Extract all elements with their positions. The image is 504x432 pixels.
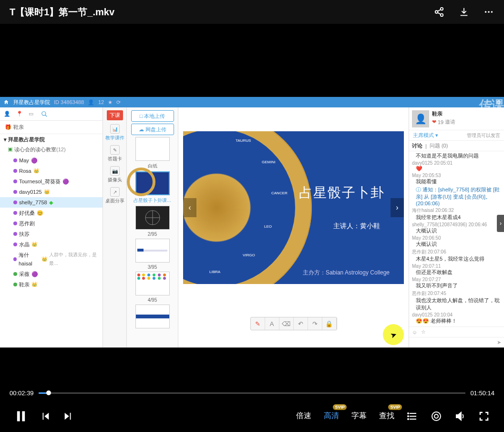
slide-next-button[interactable]: › (391, 198, 404, 217)
group-icon: ▣ (8, 147, 13, 152)
zodiac-wheel (183, 131, 312, 284)
slide-1[interactable] (135, 171, 170, 195)
tab-discuss[interactable]: 讨论 (412, 142, 422, 149)
user-item-caiwei[interactable]: 采薇 🟣 (0, 269, 103, 279)
eraser-tool[interactable]: ⌫ (279, 317, 294, 330)
user-item-may[interactable]: May 🟣 (0, 155, 103, 166)
chat-input-area[interactable]: ➤ (409, 337, 504, 348)
time-current: 00:02:39 (10, 390, 34, 397)
chat-notice: ⓘ 通知：[shelly_7758] 的权限被 [鞋亲] 从 [游客(U)] 变… (412, 186, 501, 206)
user-groups: ▾ 拜星教占星学院 ▣ 读心会的读心教室(12) May 🟣 Rosa 👑 To… (0, 134, 103, 348)
prev-button[interactable] (40, 411, 51, 421)
group-header[interactable]: ▾ 拜星教占星学院 (0, 134, 103, 145)
find-button[interactable]: SVIP 查找 (379, 411, 394, 421)
chat-user-likes: ❤19 邀请 (432, 118, 455, 126)
slide-canvas: TAURUS GEMINI CANCER LEO VIRGO LIBRA 占星骰… (183, 131, 404, 284)
crown-icon: 👑 (41, 255, 47, 263)
user-item-ezuoju[interactable]: 恶作剧 (0, 218, 103, 229)
volume-button[interactable] (454, 411, 466, 422)
user-item-tournesol[interactable]: Tournesol_荷葵葵 🟣 (0, 176, 103, 187)
pen-tool[interactable]: ✎ (251, 317, 265, 330)
answer-card-tool[interactable]: ✎ 答题卡 (108, 145, 122, 162)
local-upload-button[interactable]: □ 本地上传 (131, 110, 174, 122)
expand-chat-button[interactable]: › (497, 215, 504, 232)
people-tab-icon[interactable]: 👤 (4, 111, 10, 117)
svg-point-2 (441, 14, 443, 16)
app-body: 👤 📍 ▭ 🎁 鞋亲 ▾ 拜星教占星学院 ▣ 读心会的读心教室(12) (0, 107, 504, 348)
share-icon[interactable] (433, 6, 445, 18)
user-item-shuijing[interactable]: 水晶 👑 (0, 239, 103, 250)
end-class-button[interactable]: 下课 (107, 110, 123, 120)
camera-tool[interactable]: 📷 摄像头 (108, 166, 122, 183)
next-button[interactable] (63, 411, 73, 421)
group-subheader[interactable]: ▣ 读心会的读心教室(12) (0, 145, 103, 155)
slide-presenter: 主讲人：黄小鞋 (333, 222, 380, 231)
star-icon[interactable]: ★ (108, 99, 113, 105)
slide-2[interactable] (135, 206, 170, 230)
settings-button[interactable] (431, 411, 442, 422)
chat-mode-row: 主席模式 ▾ 管理员可以发言 (409, 130, 504, 141)
playlist-button[interactable] (407, 411, 418, 422)
user-item-haisal[interactable]: 海什haisal 👑 人群中，我遇见你，是最... (0, 250, 103, 269)
card-tab-icon[interactable]: ▭ (29, 111, 35, 117)
answer-card-icon: ✎ (110, 145, 120, 155)
redo-tool[interactable]: ↷ (308, 317, 322, 330)
cloud-upload-button[interactable]: ☁ 网盘上传 (131, 124, 174, 135)
undo-tool[interactable]: ↶ (294, 317, 308, 330)
screen-share-tool[interactable]: ↗ 桌面分享 (105, 187, 124, 204)
lock-tool[interactable]: 🔒 (322, 317, 337, 330)
user-item-davy[interactable]: davy0125 👑 (0, 187, 103, 197)
svg-line-3 (438, 10, 441, 11)
svg-point-0 (441, 8, 443, 11)
subtitle-button[interactable]: 字幕 (351, 411, 367, 421)
chat-mode-select[interactable]: 主席模式 ▾ (413, 132, 438, 139)
more-icon[interactable] (483, 6, 494, 18)
me-entry[interactable]: 🎁 鞋亲 (0, 121, 103, 134)
slide-4[interactable] (135, 272, 170, 295)
hd-button[interactable]: SVIP 高清 (324, 411, 339, 421)
star-button[interactable]: ☆ (421, 329, 426, 335)
me-name: 鞋亲 (13, 124, 24, 131)
slide-prev-button[interactable]: ‹ (183, 198, 196, 217)
progress-track[interactable] (39, 392, 466, 394)
slide-3[interactable] (135, 239, 170, 263)
avatar[interactable]: 👤 (412, 110, 429, 127)
user-item-fusu[interactable]: 扶苏 (0, 229, 103, 239)
badge-icon: 🟣 (31, 156, 38, 165)
search-tab-icon[interactable] (41, 111, 48, 117)
svg-point-19 (408, 416, 409, 417)
user-item-rosa[interactable]: Rosa 👑 (0, 166, 103, 176)
chat-messages[interactable]: 不知道是不是我电脑的问题 davy0125 20:05:01❤️ May 20:… (409, 151, 504, 327)
home-icon[interactable] (3, 99, 10, 105)
svg-point-18 (408, 413, 409, 414)
speed-button[interactable]: 倍速 (296, 411, 311, 421)
user-item-haoyousang[interactable]: 好优桑 😊 (0, 208, 103, 218)
courseware-icon: 📊 (110, 124, 120, 134)
user-panel-tabs: 👤 📍 ▭ (0, 107, 103, 121)
video-title: T【课时1】第一节_.mkv (10, 6, 433, 19)
chat-message: davy0125 20:10:04😍😍 老师棒棒！ (412, 312, 501, 325)
progress-knob[interactable] (46, 390, 51, 395)
emoji-button[interactable]: ☺ (412, 329, 417, 335)
user-item-xieqin[interactable]: 鞋亲 👑 (0, 279, 103, 290)
slide-5[interactable] (135, 305, 170, 328)
chat-message: May 20:06:50大概认识 (412, 235, 501, 248)
refresh-icon[interactable]: ⟳ (116, 99, 121, 105)
user-item-shelly[interactable]: shelly_7758 ◆ (0, 197, 103, 208)
slide-deck-name: 占星骰子卜卦课... (134, 197, 171, 204)
tab-question[interactable]: 问题 (0) (430, 142, 448, 149)
heart-icon: ❤ (432, 119, 436, 125)
download-icon[interactable] (458, 6, 470, 18)
crown-icon: 👑 (31, 240, 37, 249)
badge-icon: 🟣 (62, 177, 69, 186)
slide-blank[interactable] (135, 137, 170, 161)
video-header: T【课时1】第一节_.mkv (0, 0, 504, 24)
text-tool[interactable]: A (265, 317, 279, 330)
fullscreen-button[interactable] (478, 411, 490, 422)
pause-button[interactable] (14, 410, 28, 423)
send-icon[interactable]: ➤ (497, 339, 501, 346)
courseware-tool[interactable]: 📊 教学课件 (105, 124, 124, 141)
vip-badge: SVIP (388, 404, 402, 410)
location-tab-icon[interactable]: 📍 (16, 111, 23, 117)
chat-message: 恶作剧 20:07:06木星4土星5，我经常这么觉得 (412, 249, 501, 263)
